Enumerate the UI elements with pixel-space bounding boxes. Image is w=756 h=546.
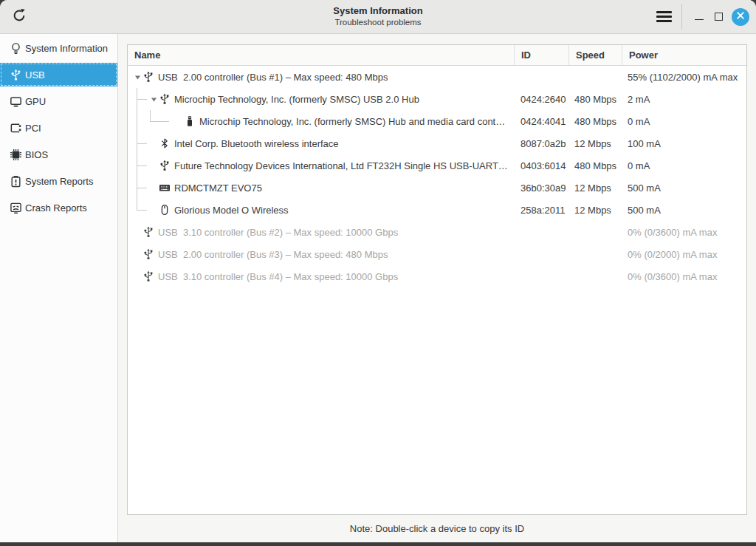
expander-arrow-icon[interactable] — [132, 72, 142, 82]
device-speed: 480 Mbps — [569, 116, 622, 127]
device-power: 0% (0/3600) mA max — [622, 271, 746, 282]
sidebar: System InformationUSBGPUPCIBIOSSystem Re… — [0, 34, 118, 542]
table-row[interactable]: Microchip Technology, Inc. (formerly SMS… — [128, 110, 746, 132]
refresh-button[interactable] — [7, 4, 32, 30]
table-row[interactable]: USB 3.10 controller (Bus #2) – Max speed… — [128, 221, 746, 243]
sidebar-item-usb[interactable]: USB — [0, 63, 117, 86]
usb-icon — [142, 248, 154, 260]
sidebar-item-label: System Reports — [25, 176, 93, 187]
sidebar-item-crash-reports[interactable]: Crash Reports — [0, 196, 117, 219]
maximize-icon — [715, 13, 723, 21]
device-power: 55% (1102/2000) mA max — [622, 72, 746, 83]
column-header-power[interactable]: Power — [622, 45, 746, 65]
minimize-button[interactable] — [690, 6, 709, 28]
close-button[interactable] — [732, 8, 749, 26]
device-id: 8087:0a2b — [515, 138, 569, 149]
expander-spacer — [132, 249, 142, 259]
table-row[interactable]: Glorious Model O Wireless258a:201112 Mbp… — [128, 199, 746, 221]
device-id: 0424:4041 — [515, 116, 569, 127]
device-id: 36b0:30a9 — [515, 182, 569, 194]
menu-button[interactable] — [650, 4, 677, 30]
device-speed: 480 Mbps — [569, 94, 622, 105]
device-power: 0 mA — [622, 160, 746, 171]
sidebar-item-system-reports[interactable]: System Reports — [0, 169, 117, 193]
tree-guide-line — [137, 165, 147, 166]
device-name: Glorious Model O Wireless — [174, 205, 289, 216]
expander-spacer — [132, 227, 142, 237]
expander-spacer — [173, 116, 184, 126]
refresh-icon — [11, 7, 27, 26]
expander-arrow-icon[interactable] — [148, 94, 159, 104]
table-row[interactable]: USB 3.10 controller (Bus #4) – Max speed… — [128, 265, 746, 287]
device-name-cell: USB 3.10 controller (Bus #4) – Max speed… — [128, 270, 515, 282]
titlebar-heading: System Information Troubleshoot problems — [333, 5, 422, 28]
tree-guide-line — [137, 143, 147, 144]
device-name-cell: USB 3.10 controller (Bus #2) – Max speed… — [128, 226, 515, 238]
minimize-icon — [695, 19, 704, 21]
mouse-icon — [159, 204, 171, 216]
flash-drive-icon — [184, 115, 196, 127]
device-speed: 12 Mbps — [569, 138, 622, 149]
usb-icon — [142, 226, 154, 238]
sidebar-item-label: GPU — [25, 96, 46, 107]
device-name: USB 2.00 controller (Bus #1) – Max speed… — [158, 72, 388, 83]
device-name-cell: USB 2.00 controller (Bus #3) – Max speed… — [128, 248, 515, 260]
app-window: System Information Troubleshoot problems — [0, 0, 756, 542]
sidebar-item-pci[interactable]: PCI — [0, 116, 117, 140]
device-power: 0 mA — [622, 116, 746, 127]
pci-icon — [10, 122, 22, 134]
device-name: Intel Corp. Bluetooth wireless interface — [174, 138, 339, 149]
tree-guide-line — [137, 210, 147, 211]
window-controls — [650, 4, 756, 30]
device-name-cell: Glorious Model O Wireless — [128, 204, 515, 216]
titlebar[interactable]: System Information Troubleshoot problems — [0, 0, 756, 34]
column-header-speed[interactable]: Speed — [569, 45, 622, 65]
table-row[interactable]: RDMCTMZT EVO7536b0:30a912 Mbps500 mA — [128, 177, 746, 199]
device-name-cell: Microchip Technology, Inc. (formerly SMS… — [128, 93, 515, 105]
usb-icon — [10, 69, 22, 81]
expander-spacer — [132, 271, 142, 281]
device-name-cell: Microchip Technology, Inc. (formerly SMS… — [128, 115, 515, 127]
device-name-cell: USB 2.00 controller (Bus #1) – Max speed… — [128, 71, 515, 83]
maximize-button[interactable] — [709, 6, 728, 28]
sidebar-item-gpu[interactable]: GPU — [0, 89, 117, 113]
column-header-name[interactable]: Name — [128, 45, 515, 65]
table-row[interactable]: USB 2.00 controller (Bus #1) – Max speed… — [128, 66, 746, 88]
table-row[interactable]: Future Technology Devices International,… — [128, 154, 746, 177]
sidebar-item-system-information[interactable]: System Information — [0, 36, 117, 60]
device-name: RDMCTMZT EVO75 — [174, 182, 262, 194]
sidebar-item-label: System Information — [25, 43, 108, 54]
device-name: Future Technology Devices International,… — [174, 160, 508, 171]
device-power: 500 mA — [622, 182, 746, 194]
content-area: NameIDSpeedPower USB 2.00 controller (Bu… — [118, 34, 756, 542]
titlebar-separator — [681, 4, 682, 30]
tree-guide-line — [150, 121, 169, 122]
expander-spacer — [148, 138, 159, 149]
table-header: NameIDSpeedPower — [128, 45, 746, 66]
sidebar-item-label: PCI — [25, 123, 41, 134]
table-row[interactable]: Microchip Technology, Inc. (formerly SMS… — [128, 88, 746, 110]
device-power: 0% (0/2000) mA max — [622, 249, 746, 260]
column-header-id[interactable]: ID — [515, 45, 569, 65]
device-name-cell: RDMCTMZT EVO75 — [128, 182, 515, 194]
window-subtitle: Troubleshoot problems — [333, 17, 422, 27]
table-row[interactable]: Intel Corp. Bluetooth wireless interface… — [128, 132, 746, 154]
sidebar-item-bios[interactable]: BIOS — [0, 143, 117, 166]
device-speed: 12 Mbps — [569, 205, 622, 216]
device-id: 0424:2640 — [515, 94, 569, 105]
sidebar-item-label: Crash Reports — [25, 202, 87, 214]
usb-icon — [159, 93, 171, 105]
tree-guide-line — [137, 188, 147, 188]
table-row[interactable]: USB 2.00 controller (Bus #3) – Max speed… — [128, 243, 746, 265]
sidebar-item-label: USB — [25, 69, 45, 81]
device-name: USB 2.00 controller (Bus #3) – Max speed… — [158, 249, 388, 260]
device-power: 500 mA — [622, 205, 746, 216]
bluetooth-icon — [159, 137, 171, 149]
device-power: 100 mA — [622, 138, 746, 149]
expander-spacer — [148, 182, 159, 193]
device-name: Microchip Technology, Inc. (formerly SMS… — [174, 94, 419, 105]
table-body: USB 2.00 controller (Bus #1) – Max speed… — [128, 66, 746, 514]
gpu-icon — [10, 95, 22, 108]
footer-note: Note: Double-click a device to copy its … — [127, 515, 747, 542]
bios-icon — [10, 149, 22, 161]
